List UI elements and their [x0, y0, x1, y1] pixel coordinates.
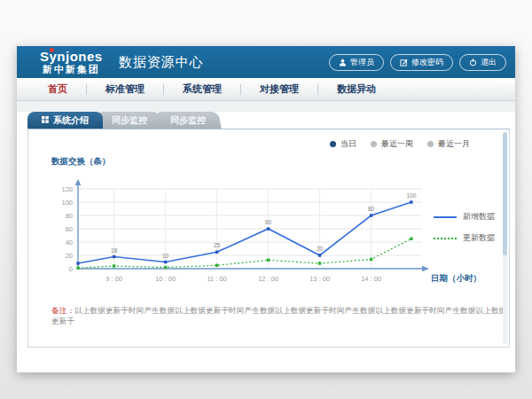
tab-bar: 系统介绍 同步监控 同步监控 — [17, 112, 515, 129]
radio-label: 最近一周 — [381, 138, 413, 150]
svg-text:60: 60 — [66, 225, 73, 233]
nav-item-interface-management[interactable]: 对接管理 — [241, 82, 317, 96]
content-panel: 当日 最近一周 最近一月 数据交换（条） 0204060801001209 : … — [27, 129, 510, 348]
main-nav: 首页 标准管理 系统管理 对接管理 数据异动 — [17, 78, 515, 101]
svg-text:80: 80 — [368, 206, 375, 212]
panel-scrollbar[interactable] — [503, 132, 507, 344]
svg-text:25: 25 — [214, 242, 221, 248]
note-text: 以上数据更新于时间产生数据以上数据更新于时间产生数据以上数据更新于时间产生数据以… — [51, 306, 506, 325]
svg-text:100: 100 — [406, 192, 416, 199]
svg-text:14 : 00: 14 : 00 — [361, 275, 381, 283]
svg-text:40: 40 — [66, 239, 73, 246]
svg-text:10 : 00: 10 : 00 — [155, 275, 176, 283]
spacer-strip — [17, 101, 515, 112]
page-title: 数据资源中心 — [119, 54, 204, 71]
svg-text:20: 20 — [66, 252, 73, 260]
change-password-button[interactable]: 修改密码 — [390, 54, 453, 71]
logo-red-dot-icon — [50, 48, 54, 52]
svg-text:18: 18 — [111, 247, 118, 254]
grid-icon — [42, 115, 49, 125]
logout-button[interactable]: 退出 — [459, 54, 506, 71]
svg-text:120: 120 — [61, 185, 73, 193]
chart-y-axis-title: 数据交换（条） — [51, 156, 509, 168]
edit-icon — [400, 59, 408, 66]
radio-label: 当日 — [340, 138, 356, 150]
svg-text:日期（小时）: 日期（小时） — [431, 273, 481, 284]
svg-text:13 : 00: 13 : 00 — [309, 275, 330, 283]
svg-text:80: 80 — [66, 212, 73, 220]
svg-text:12 : 00: 12 : 00 — [258, 275, 278, 283]
svg-text:60: 60 — [265, 219, 272, 225]
legend-item-new-data: 新增数据 — [434, 211, 495, 223]
logo-wordmark: Synjones — [40, 50, 103, 63]
user-icon — [339, 59, 347, 66]
tab-label: 系统介绍 — [53, 114, 89, 127]
tab-system-intro[interactable]: 系统介绍 — [27, 112, 103, 129]
company-logo: Synjones 新中新集团 — [40, 50, 103, 74]
tab-sync-monitor-1[interactable]: 同步监控 — [98, 112, 161, 129]
legend-label: 更新数据 — [463, 232, 495, 244]
radio-last-week[interactable]: 最近一周 — [371, 138, 413, 150]
radio-dot-icon — [330, 141, 336, 147]
svg-text:10: 10 — [162, 253, 169, 259]
solid-line-icon — [434, 216, 457, 218]
admin-user-label: 管理员 — [350, 57, 374, 68]
logout-label: 退出 — [481, 57, 497, 68]
admin-user-button[interactable]: 管理员 — [329, 54, 384, 71]
footer-note: 备注：以上数据更新于时间产生数据以上数据更新于时间产生数据以上数据更新于时间产生… — [51, 306, 509, 327]
radio-today[interactable]: 当日 — [330, 138, 356, 150]
nav-item-data-change[interactable]: 数据异动 — [318, 82, 395, 96]
legend-label: 新增数据 — [463, 211, 495, 223]
nav-item-system-management[interactable]: 系统管理 — [164, 82, 240, 96]
svg-text:0: 0 — [69, 265, 73, 273]
time-range-filter: 当日 最近一周 最近一月 — [330, 138, 470, 150]
scrollbar-thumb[interactable] — [503, 132, 507, 255]
radio-dot-icon — [371, 141, 377, 147]
nav-item-home[interactable]: 首页 — [29, 82, 86, 96]
svg-text:100: 100 — [61, 199, 73, 207]
radio-last-month[interactable]: 最近一月 — [427, 138, 470, 150]
nav-item-standard-management[interactable]: 标准管理 — [87, 82, 163, 96]
radio-label: 最近一月 — [438, 138, 470, 150]
power-icon — [469, 59, 477, 66]
logo-subtext: 新中新集团 — [43, 65, 100, 74]
legend-item-update-data: 更新数据 — [434, 232, 495, 244]
tab-sync-monitor-2[interactable]: 同步监控 — [156, 112, 220, 129]
app-window: Synjones 新中新集团 数据资源中心 管理员 修改密码 — [17, 46, 515, 372]
header-actions: 管理员 修改密码 退出 — [329, 54, 506, 71]
svg-text:20: 20 — [317, 246, 324, 252]
change-password-label: 修改密码 — [411, 57, 443, 68]
app-header: Synjones 新中新集团 数据资源中心 管理员 修改密码 — [17, 46, 515, 78]
chart-legend: 新增数据 更新数据 — [434, 211, 495, 244]
radio-dot-icon — [427, 141, 434, 147]
svg-text:11 : 00: 11 : 00 — [207, 275, 226, 283]
dotted-line-icon — [434, 238, 457, 239]
tab-label: 同步监控 — [170, 114, 206, 127]
svg-text:9 : 00: 9 : 00 — [106, 275, 122, 283]
tab-label: 同步监控 — [112, 114, 147, 127]
note-label: 备注： — [51, 306, 74, 315]
